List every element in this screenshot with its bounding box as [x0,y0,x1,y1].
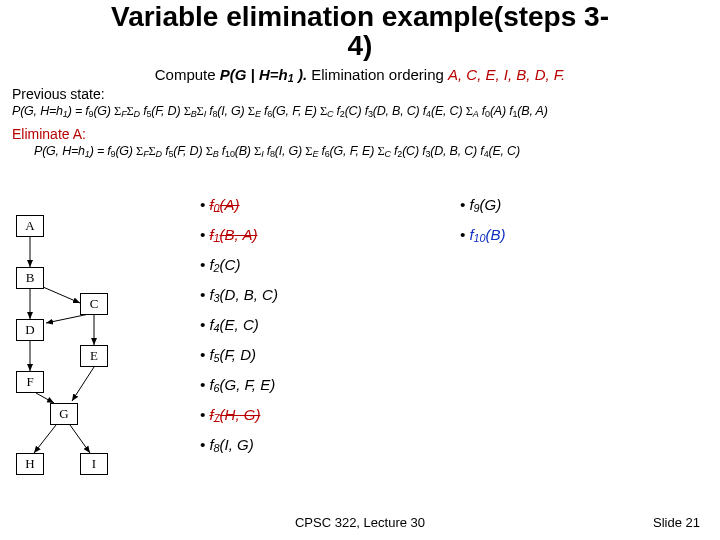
factor-row: f1(B, A) f10(B) [200,220,700,250]
svg-line-7 [36,393,54,403]
node-f: F [16,371,44,393]
previous-state: Previous state: P(G, H=h1) = f9(G) ΣFΣD … [12,86,712,120]
factor-row: f4(E, C) [200,310,700,340]
node-a: A [16,215,44,237]
factor-row: f0(A) f9(G) [200,190,700,220]
footer-course: CPSC 322, Lecture 30 [0,515,720,530]
eliminate-step: Eliminate A: P(G, H=h1) = f9(G) ΣFΣD f5(… [12,126,712,160]
bayes-net-graph: A B C D E F G H I [12,215,157,515]
factor-row: f3(D, B, C) [200,280,700,310]
subtitle: Compute P(G | H=h1 ). Elimination orderi… [0,66,720,84]
factor-row: f7(H, G) [200,400,700,430]
factor-list: f0(A) f9(G) f1(B, A) f10(B) f2(C) f3(D, … [200,190,700,460]
node-b: B [16,267,44,289]
footer-slide-number: Slide 21 [653,515,700,530]
node-h: H [16,453,44,475]
node-g: G [50,403,78,425]
node-c: C [80,293,108,315]
node-i: I [80,453,108,475]
node-d: D [16,319,44,341]
node-e: E [80,345,108,367]
factor-row: f6(G, F, E) [200,370,700,400]
svg-line-6 [72,367,94,401]
svg-line-1 [43,287,80,303]
slide-title: Variable elimination example(steps 3- 4) [0,2,720,61]
factor-row: f2(C) [200,250,700,280]
svg-line-8 [34,425,56,453]
svg-line-9 [70,425,90,453]
factor-row: f5(F, D) [200,340,700,370]
factor-row: f8(I, G) [200,430,700,460]
